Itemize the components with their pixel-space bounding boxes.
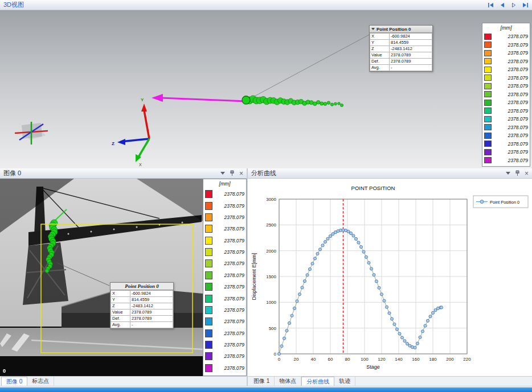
tab-markers[interactable]: 标志点	[27, 377, 54, 386]
colorbar-swatch	[484, 149, 492, 155]
y-tick-label: 2500	[266, 222, 276, 228]
3d-viewport[interactable]: Y Z X Point Position 0 X-600.9824Y814.45…	[0, 10, 532, 168]
series-marker	[403, 340, 406, 343]
series-marker	[440, 306, 443, 309]
colorbar-entry: 2378.079	[205, 223, 244, 234]
series-marker	[324, 240, 326, 243]
series-marker	[298, 293, 301, 296]
colorbar-swatch	[205, 295, 212, 303]
series-marker	[426, 319, 429, 322]
colorbar-entry: 2378.079	[484, 57, 528, 66]
colorbar-swatch	[205, 237, 212, 245]
last-frame-button[interactable]	[522, 2, 529, 8]
series-marker	[383, 299, 386, 302]
x-tick-label: 100	[361, 357, 369, 362]
series-marker	[398, 332, 401, 335]
pin-icon[interactable]	[230, 170, 235, 176]
series-marker	[296, 300, 298, 303]
x-tick-label: 200	[446, 357, 454, 362]
close-icon[interactable]: ×	[525, 171, 529, 176]
panel-title-3d-view: 3D视图	[3, 1, 24, 9]
pin-icon[interactable]	[515, 170, 520, 176]
tab-image-1[interactable]: 图像 1	[249, 377, 275, 386]
colorbar-entry: 2378.079	[205, 281, 244, 292]
colorbar-value: 2378.079	[508, 141, 528, 147]
first-frame-button[interactable]	[488, 2, 494, 8]
x-tick-label: 60	[328, 357, 333, 362]
panel-menu-icon[interactable]	[506, 172, 510, 175]
y-tick-label: 2000	[266, 249, 276, 254]
series-marker	[357, 241, 360, 244]
colorbar-swatch	[205, 190, 212, 198]
point-position-box-3d: Point Position 0 X-600.9824Y814.4559Z-24…	[369, 25, 433, 72]
x-tick-label: 140	[395, 357, 403, 362]
colorbar-entry: 2378.079	[484, 131, 528, 140]
colorbar-image: [mm] 2378.0792378.0792378.0792378.079237…	[203, 179, 247, 376]
x-tick-label: 40	[311, 357, 316, 362]
colorbar-swatch	[484, 58, 492, 64]
series-marker	[277, 352, 280, 355]
colorbar-value: 2378.079	[508, 59, 528, 64]
series-marker	[313, 257, 316, 260]
previous-frame-button[interactable]	[499, 2, 506, 8]
colorbar-entry: 2378.079	[484, 123, 528, 132]
colorbar-entry: 2378.079	[205, 258, 244, 269]
panel-header-3d-view: 3D视图	[0, 0, 532, 10]
panel-header-image: 图像 0 ×	[0, 168, 247, 179]
point-trajectory-3d	[242, 96, 343, 107]
colorbar-value: 2378.079	[224, 307, 244, 313]
tab-object-points[interactable]: 物体点	[275, 377, 301, 386]
colorbar-value: 2378.079	[224, 365, 244, 371]
series-marker	[301, 286, 304, 289]
panel-menu-icon[interactable]	[220, 172, 225, 175]
next-frame-button[interactable]	[510, 2, 517, 8]
point-row-x: X-600.9824	[370, 34, 432, 40]
colorbar-value: 2378.079	[224, 284, 244, 290]
series-marker	[388, 312, 391, 315]
colorbar-entry: 2378.079	[205, 188, 244, 200]
colorbar-entry: 2378.079	[484, 148, 528, 156]
point-row-z: Z-2483.1412	[370, 46, 432, 52]
point-row-y: Y814.4559	[370, 40, 432, 46]
colorbar-entry: 2378.079	[484, 32, 528, 41]
colorbar-swatch	[205, 225, 212, 233]
x-axis-label: Stage	[366, 364, 380, 370]
colorbar-swatch	[205, 329, 212, 337]
series-marker	[290, 314, 293, 317]
tab-trajectory[interactable]: 轨迹	[334, 377, 355, 386]
colorbar-swatch	[484, 50, 492, 56]
colorbar-3d: [mm] 2378.0792378.0792378.0792378.079237…	[482, 23, 530, 167]
tab-analysis-curves[interactable]: 分析曲线	[301, 377, 334, 386]
colorbar-swatch	[484, 108, 492, 114]
legend-label: Point Position 0	[490, 200, 519, 205]
navigation-gizmo-icon[interactable]	[15, 122, 48, 145]
colorbar-entry: 2378.079	[205, 212, 244, 223]
close-icon[interactable]: ×	[239, 171, 243, 176]
tab-image-0[interactable]: 图像 0	[1, 377, 27, 386]
point-row-def: Def.2378.0789	[111, 316, 173, 322]
series-marker	[414, 346, 416, 349]
series-marker	[434, 309, 437, 312]
point-box-header[interactable]: Point Position 0	[370, 26, 432, 33]
collapse-caret-icon[interactable]	[371, 28, 375, 30]
point-values-table: X-600.9824Y814.4559Z-2483.1412Value2378.…	[370, 34, 432, 71]
series-marker	[303, 279, 306, 282]
annotation-leader-line	[247, 34, 370, 100]
colorbar-value: 2378.079	[224, 331, 244, 336]
colorbar-entry: 2378.079	[484, 107, 528, 115]
status-progress-bar	[0, 387, 532, 392]
point-row-value: Value2378.0789	[370, 52, 432, 59]
legend-marker	[480, 200, 484, 204]
colorbar-swatch	[205, 306, 212, 314]
colorbar-entry: 2378.079	[484, 41, 528, 49]
colorbar-entry: 2378.079	[205, 339, 244, 350]
series-marker	[421, 330, 424, 333]
colorbar-entry: 2378.079	[205, 270, 244, 281]
series-marker	[352, 234, 355, 237]
analysis-chart[interactable]: 0204060801001201401601802002200500100015…	[248, 179, 531, 375]
colorbar-entry: 2378.079	[484, 156, 528, 165]
colorbar-value: 2378.079	[508, 42, 528, 48]
camera-image-viewport[interactable]: Point Position 0 X-600.9824Y814.4559Z-24…	[0, 179, 203, 376]
colorbar-entry: 2378.079	[484, 74, 528, 82]
colorbar-swatch	[205, 317, 212, 325]
